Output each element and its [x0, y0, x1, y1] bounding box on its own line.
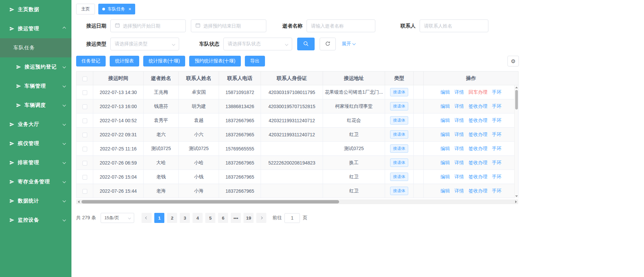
page-button-2[interactable]: 2 [167, 213, 177, 223]
contact-field[interactable] [420, 19, 488, 32]
page-ellipsis[interactable]: ••• [231, 213, 241, 223]
next-page-button[interactable] [256, 213, 266, 223]
edit-link[interactable]: 编辑 [440, 188, 450, 193]
select-all-checkbox[interactable] [83, 77, 87, 81]
row-checkbox[interactable] [83, 90, 87, 95]
date-start-field[interactable] [110, 19, 186, 32]
sidebar-item-vehicle-dispatch[interactable]: 车辆调度 [0, 96, 71, 115]
process-link[interactable]: 签收办理 [469, 146, 487, 151]
detail-link[interactable]: 详情 [454, 188, 464, 193]
page-button-6[interactable]: 6 [218, 213, 228, 223]
search-button[interactable] [297, 38, 315, 50]
row-checkbox[interactable] [83, 175, 87, 180]
date-end-field[interactable] [191, 19, 266, 32]
sidebar-item-funeral-management[interactable]: 殡仪管理 [0, 134, 71, 153]
process-link[interactable]: 签收办理 [469, 174, 487, 179]
detail-link[interactable]: 详情 [454, 132, 464, 137]
scroll-down-icon[interactable] [515, 194, 519, 198]
type-badge: 接遗体 [390, 116, 408, 125]
cell-idcard: 420321199311240712 [261, 128, 323, 142]
page-button-5[interactable]: 5 [205, 213, 215, 223]
process-link[interactable]: 回车办理 [469, 89, 487, 95]
edit-link[interactable]: 编辑 [440, 118, 450, 123]
row-checkbox[interactable] [83, 147, 87, 151]
sidebar-item-business-hall[interactable]: 业务大厅 [0, 115, 71, 134]
wristband-link[interactable]: 手环 [492, 89, 501, 95]
sidebar-item-statistics[interactable]: 数据统计 [0, 191, 71, 211]
transport-type-select[interactable]: 请选择接运类型 [110, 38, 179, 50]
process-link[interactable]: 签收办理 [469, 132, 487, 137]
page-button-4[interactable]: 4 [193, 213, 203, 223]
edit-link[interactable]: 编辑 [440, 132, 450, 137]
deceased-name-field[interactable] [307, 19, 375, 32]
detail-link[interactable]: 详情 [454, 89, 464, 95]
wristband-link[interactable]: 手环 [492, 188, 501, 193]
row-checkbox[interactable] [83, 161, 87, 166]
tab-fleet-tasks-label: 车队任务 [108, 6, 125, 12]
edit-link[interactable]: 编辑 [440, 103, 450, 109]
detail-link[interactable]: 详情 [454, 118, 464, 123]
process-link[interactable]: 签收办理 [469, 118, 487, 123]
appointment-report-shiyan-button[interactable]: 预约统计报表(十堰) [189, 56, 240, 66]
page-size-select[interactable]: 15条/页 [101, 213, 134, 223]
date-end-input[interactable] [203, 23, 262, 29]
sidebar-item-fleet-tasks[interactable]: 车队任务 [0, 38, 71, 57]
scroll-left-icon[interactable] [76, 199, 81, 204]
tab-fleet-tasks[interactable]: 车队任务 × [98, 4, 135, 14]
task-register-button[interactable]: 任务登记 [76, 56, 106, 66]
contact-input[interactable] [424, 23, 484, 29]
sidebar-item-transport-management[interactable]: 接运管理 [0, 19, 71, 38]
refresh-button[interactable] [320, 38, 336, 50]
wristband-link[interactable]: 手环 [492, 118, 501, 123]
table-row: 2022-07-26 06:59 大哈 小哈 18372667965 52222… [76, 156, 519, 170]
fleet-status-select[interactable]: 请选择车队状态 [223, 38, 292, 50]
row-checkbox[interactable] [83, 133, 87, 137]
report-button[interactable]: 统计报表 [110, 56, 139, 66]
row-checkbox[interactable] [83, 189, 87, 194]
wristband-link[interactable]: 手环 [492, 146, 501, 151]
deceased-name-input[interactable] [311, 23, 371, 29]
col-time: 接运时间 [93, 72, 144, 85]
tab-home[interactable]: 主页 [76, 4, 95, 14]
wristband-link[interactable]: 手环 [492, 132, 501, 137]
wristband-link[interactable]: 手环 [492, 160, 501, 165]
process-link[interactable]: 签收办理 [469, 188, 487, 193]
page-button-3[interactable]: 3 [180, 213, 190, 223]
select-all-header [76, 72, 93, 85]
sidebar-item-monitoring[interactable]: 监控设备 [0, 211, 71, 230]
row-checkbox[interactable] [83, 104, 87, 109]
close-icon[interactable]: × [128, 6, 131, 12]
row-checkbox[interactable] [83, 119, 87, 123]
scroll-up-icon[interactable] [515, 85, 519, 89]
sidebar-item-vehicle-management[interactable]: 车辆管理 [0, 77, 71, 96]
wristband-link[interactable]: 手环 [492, 174, 501, 179]
page-button-1[interactable]: 1 [154, 213, 164, 223]
export-button[interactable]: 导出 [245, 56, 265, 66]
column-settings-button[interactable]: ⚙ [507, 56, 519, 66]
sidebar-item-shift-management[interactable]: 排班管理 [0, 153, 71, 172]
horizontal-scrollbar-thumb[interactable] [82, 200, 339, 203]
vertical-scrollbar-thumb[interactable] [515, 90, 518, 109]
wristband-link[interactable]: 手环 [492, 103, 501, 109]
page-button-19[interactable]: 19 [244, 213, 254, 223]
sidebar-item-appointment-registration[interactable]: 接运预约登记 [0, 57, 71, 77]
expand-link[interactable]: 展开 [342, 41, 355, 47]
sidebar-item-home-data[interactable]: 主页数据 [0, 0, 71, 19]
edit-link[interactable]: 编辑 [440, 160, 450, 165]
prev-page-button[interactable] [142, 213, 152, 223]
goto-page-input[interactable] [284, 213, 300, 223]
report-shiyan-button[interactable]: 统计报表(十堰) [143, 56, 185, 66]
sidebar-item-storage-management[interactable]: 寄存业务管理 [0, 172, 71, 191]
edit-link[interactable]: 编辑 [440, 174, 450, 179]
chevron-down-icon [353, 42, 356, 45]
edit-link[interactable]: 编辑 [440, 146, 450, 151]
edit-link[interactable]: 编辑 [440, 89, 450, 95]
detail-link[interactable]: 详情 [454, 146, 464, 151]
process-link[interactable]: 签收办理 [469, 103, 487, 109]
detail-link[interactable]: 详情 [454, 174, 464, 179]
date-start-input[interactable] [123, 23, 181, 29]
detail-link[interactable]: 详情 [454, 160, 464, 165]
process-link[interactable]: 签收办理 [469, 160, 487, 165]
detail-link[interactable]: 详情 [454, 103, 464, 109]
scroll-right-icon[interactable] [514, 199, 518, 204]
